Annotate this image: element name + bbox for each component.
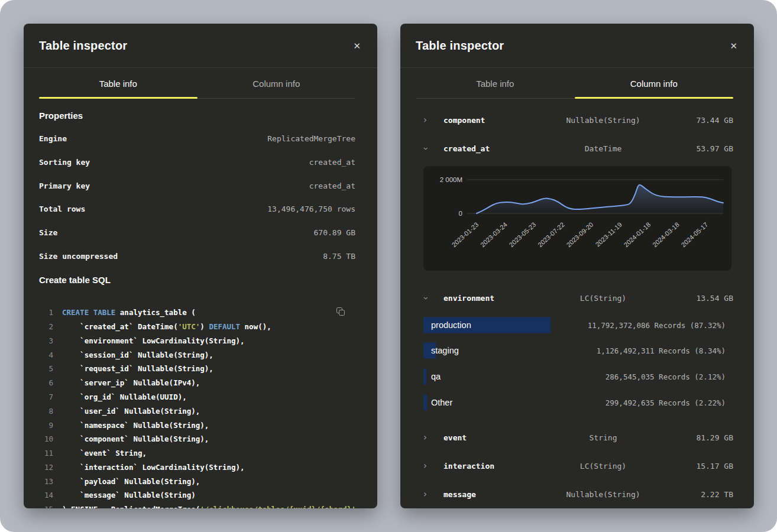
column-list: ›componentNullable(String)73.44 GB›creat… (416, 106, 733, 508)
chevron-down-icon[interactable]: › (416, 294, 443, 303)
column-row-created_at[interactable]: ›created_atDateTime53.97 GB (416, 134, 733, 163)
sql-line: 6 `server_ip` Nullable(IPv4), (39, 376, 355, 390)
close-icon[interactable]: ✕ (727, 39, 740, 53)
property-label: Size uncompressed (39, 252, 118, 261)
sql-line: 14 `message` Nullable(String) (39, 488, 355, 502)
column-row-event[interactable]: ›eventString81.29 GB (416, 423, 733, 452)
sql-line: 2 `created_at` DateTime('UTC') DEFAULT n… (39, 320, 355, 334)
column-name: created_at (443, 144, 538, 153)
sql-line-code: `namespace` Nullable(String), (62, 419, 209, 433)
column-row-interaction[interactable]: ›interactionLC(String)15.17 GB (416, 452, 733, 480)
properties-heading: Properties (39, 108, 355, 122)
chevron-right-icon[interactable]: › (416, 433, 443, 442)
property-value: 8.75 TB (323, 252, 355, 261)
column-name: interaction (443, 462, 538, 471)
property-value: ReplicatedMergeTree (267, 134, 355, 143)
tab-column-info[interactable]: Column info (575, 68, 734, 99)
created-at-histogram: 2 000M02023-01-232023-03-242023-05-23202… (423, 166, 731, 271)
copy-icon (336, 307, 345, 316)
distribution-row-other: Other299,492,635 Records (2.22%) (416, 390, 733, 416)
svg-text:2023-03-24: 2023-03-24 (479, 221, 509, 249)
sql-line: 5 `request_id` Nullable(String), (39, 362, 355, 376)
distribution-row-staging: staging1,126,492,311 Records (8.34%) (416, 338, 733, 364)
svg-text:2023-05-23: 2023-05-23 (507, 221, 537, 249)
column-name: event (443, 433, 538, 442)
sql-line-number: 8 (39, 404, 53, 419)
svg-text:2023-01-23: 2023-01-23 (450, 221, 480, 249)
sql-line: 15) ENGINE = ReplicatedMergeTree('/click… (39, 502, 355, 508)
distribution-bar (423, 368, 426, 384)
svg-text:2024-03-18: 2024-03-18 (651, 221, 681, 249)
chevron-right-icon[interactable]: › (416, 490, 443, 499)
column-name: component (443, 116, 538, 125)
sql-line: 12 `interaction` LowCardinality(String), (39, 460, 355, 475)
close-icon[interactable]: ✕ (351, 39, 363, 53)
sql-line-code: `environment` LowCardinality(String), (62, 334, 245, 348)
svg-text:2023-09-20: 2023-09-20 (565, 221, 594, 249)
sql-line-code: `request_id` Nullable(String), (62, 362, 213, 376)
sql-line: 13 `payload` Nullable(String), (39, 475, 355, 489)
sql-line-code: `message` Nullable(String) (62, 488, 196, 502)
tab-bar: Table info Column info (416, 68, 733, 99)
column-row-component[interactable]: ›componentNullable(String)73.44 GB (416, 106, 733, 134)
table-inspector-modal-left: Table inspector ✕ Table info Column info… (24, 24, 377, 508)
svg-text:2024-05-17: 2024-05-17 (679, 221, 709, 249)
tab-label: Table info (476, 79, 514, 89)
sql-line-number: 11 (39, 446, 53, 460)
sql-line-code: `event` String, (62, 446, 147, 460)
sql-line: 3 `environment` LowCardinality(String), (39, 334, 355, 348)
property-value: created_at (309, 158, 355, 167)
column-name: message (443, 490, 538, 499)
tab-table-info[interactable]: Table info (416, 68, 575, 99)
property-row: Size uncompressed8.75 TB (39, 244, 355, 268)
property-row: Total rows13,496,476,750 rows (39, 197, 355, 221)
sql-line: 10 `component` Nullable(String), (39, 432, 355, 446)
property-value: 13,496,476,750 rows (267, 205, 355, 213)
distribution-record-count: 286,545,035 Records (2.12%) (606, 372, 726, 381)
sql-line-number: 5 (39, 362, 53, 376)
svg-text:2023-07-22: 2023-07-22 (536, 221, 566, 249)
sql-line-code: `component` Nullable(String), (62, 432, 209, 446)
sql-line-number: 4 (39, 348, 53, 362)
sql-line-number: 2 (39, 320, 53, 334)
property-row: Primary keycreated_at (39, 174, 355, 197)
tab-column-info[interactable]: Column info (198, 68, 356, 99)
distribution-bar (423, 394, 427, 410)
tab-table-info[interactable]: Table info (39, 68, 198, 99)
sql-code-lines: 1CREATE TABLE analytics_table (2 `create… (39, 306, 355, 508)
modal-title: Table inspector (416, 39, 504, 53)
distribution-record-count: 299,492,635 Records (2.22%) (606, 398, 726, 407)
property-label: Sorting key (39, 158, 90, 167)
distribution-record-count: 11,792,372,086 Records (87.32%) (588, 320, 726, 329)
screenshot-backdrop: Table inspector ✕ Table info Column info… (0, 0, 777, 532)
column-row-message[interactable]: ›messageNullable(String)2.22 TB (416, 480, 733, 508)
property-value: created_at (309, 181, 355, 190)
sql-line: 8 `user_id` Nullable(String), (39, 404, 355, 419)
distribution-value-label: production (431, 320, 471, 330)
sql-line-code: `user_id` Nullable(String), (62, 404, 200, 419)
chevron-down-icon[interactable]: › (416, 144, 443, 153)
svg-text:2024-01-18: 2024-01-18 (622, 221, 652, 249)
sql-line-number: 15 (39, 502, 53, 508)
tab-label: Column info (252, 79, 300, 89)
chevron-right-icon[interactable]: › (416, 116, 443, 125)
svg-text:2 000M: 2 000M (440, 176, 462, 183)
sql-line-code: `server_ip` Nullable(IPv4), (62, 376, 200, 390)
property-row: Size670.89 GB (39, 221, 355, 245)
sql-line-code: `created_at` DateTime('UTC') DEFAULT now… (62, 320, 271, 334)
copy-button[interactable] (336, 306, 347, 317)
column-type: LC(String) (538, 462, 668, 471)
distribution-row-production: production11,792,372,086 Records (87.32%… (416, 312, 733, 338)
sql-line: 4 `session_id` Nullable(String), (39, 348, 355, 362)
column-size: 13.54 GB (668, 294, 733, 303)
sql-line-number: 13 (39, 475, 53, 489)
modal-title: Table inspector (39, 39, 127, 53)
column-name: environment (443, 294, 538, 303)
distribution-value-label: staging (431, 346, 459, 355)
modal-header: Table inspector ✕ (400, 24, 754, 68)
property-label: Primary key (39, 181, 90, 190)
column-size: 73.44 GB (668, 116, 733, 125)
chevron-right-icon[interactable]: › (416, 462, 443, 471)
column-row-environment[interactable]: ›environmentLC(String)13.54 GB (416, 284, 733, 312)
column-type: LC(String) (538, 294, 668, 303)
